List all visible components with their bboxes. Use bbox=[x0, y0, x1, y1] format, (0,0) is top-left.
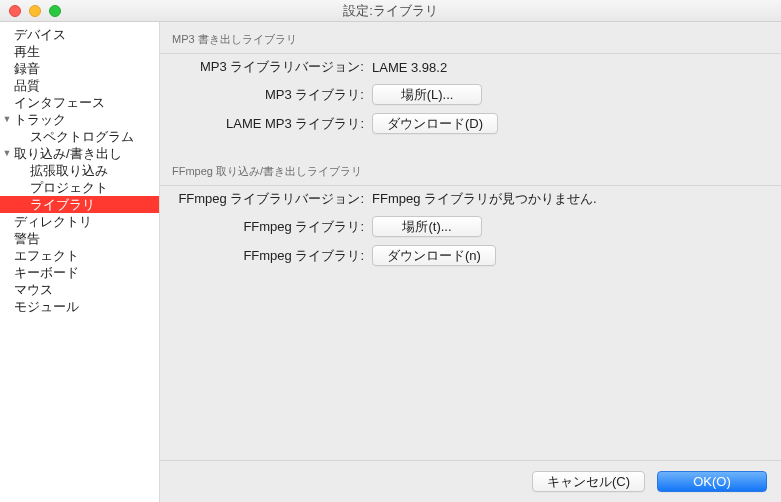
content: MP3 書き出しライブラリ MP3 ライブラリバージョン: LAME 3.98.… bbox=[160, 22, 781, 502]
lame-lib-label: LAME MP3 ライブラリ: bbox=[172, 115, 372, 133]
sidebar-item[interactable]: 品質 bbox=[0, 77, 159, 94]
sidebar-item[interactable]: キーボード bbox=[0, 264, 159, 281]
sidebar-item-label: ディレクトリ bbox=[14, 213, 92, 231]
sidebar-item-label: 拡張取り込み bbox=[30, 162, 108, 180]
sidebar-item-label: ライブラリ bbox=[30, 196, 95, 214]
sidebar-item[interactable]: ▼取り込み/書き出し bbox=[0, 145, 159, 162]
mp3-version-label: MP3 ライブラリバージョン: bbox=[172, 58, 372, 76]
sidebar-item-label: モジュール bbox=[14, 298, 79, 316]
chevron-down-icon[interactable]: ▼ bbox=[0, 115, 14, 124]
sidebar-item-label: 警告 bbox=[14, 230, 40, 248]
ffmpeg-group-title: FFmpeg 取り込み/書き出しライブラリ bbox=[160, 154, 781, 185]
sidebar-item[interactable]: 録音 bbox=[0, 60, 159, 77]
sidebar-item[interactable]: マウス bbox=[0, 281, 159, 298]
sidebar[interactable]: デバイス再生録音品質インタフェース▼トラックスペクトログラム▼取り込み/書き出し… bbox=[0, 22, 160, 502]
ffmpeg-version-label: FFmpeg ライブラリバージョン: bbox=[172, 190, 372, 208]
footer: キャンセル(C) OK(O) bbox=[160, 460, 781, 502]
ffmpeg-dl-label: FFmpeg ライブラリ: bbox=[172, 247, 372, 265]
chevron-down-icon[interactable]: ▼ bbox=[0, 149, 14, 158]
sidebar-item[interactable]: 警告 bbox=[0, 230, 159, 247]
mp3-lib-label: MP3 ライブラリ: bbox=[172, 86, 372, 104]
zoom-icon[interactable] bbox=[49, 5, 61, 17]
close-icon[interactable] bbox=[9, 5, 21, 17]
minimize-icon[interactable] bbox=[29, 5, 41, 17]
sidebar-item-label: マウス bbox=[14, 281, 53, 299]
sidebar-item[interactable]: 再生 bbox=[0, 43, 159, 60]
sidebar-item[interactable]: エフェクト bbox=[0, 247, 159, 264]
ffmpeg-group: FFmpeg ライブラリバージョン: FFmpeg ライブラリが見つかりません.… bbox=[160, 186, 781, 286]
sidebar-item[interactable]: 拡張取り込み bbox=[0, 162, 159, 179]
cancel-button[interactable]: キャンセル(C) bbox=[532, 471, 645, 492]
sidebar-item[interactable]: プロジェクト bbox=[0, 179, 159, 196]
sidebar-item-label: デバイス bbox=[14, 26, 66, 44]
sidebar-item[interactable]: インタフェース bbox=[0, 94, 159, 111]
window-controls bbox=[0, 5, 61, 17]
sidebar-item-label: 取り込み/書き出し bbox=[14, 145, 122, 163]
ffmpeg-locate-button[interactable]: 場所(t)... bbox=[372, 216, 482, 237]
ok-button[interactable]: OK(O) bbox=[657, 471, 767, 492]
sidebar-item-label: エフェクト bbox=[14, 247, 79, 265]
sidebar-item[interactable]: ライブラリ bbox=[0, 196, 159, 213]
sidebar-item-label: キーボード bbox=[14, 264, 79, 282]
mp3-group-title: MP3 書き出しライブラリ bbox=[160, 22, 781, 53]
sidebar-item[interactable]: ▼トラック bbox=[0, 111, 159, 128]
ffmpeg-download-button[interactable]: ダウンロード(n) bbox=[372, 245, 496, 266]
ffmpeg-version-value: FFmpeg ライブラリが見つかりません. bbox=[372, 190, 597, 208]
window-title: 設定:ライブラリ bbox=[0, 2, 781, 20]
mp3-group: MP3 ライブラリバージョン: LAME 3.98.2 MP3 ライブラリ: 場… bbox=[160, 54, 781, 154]
sidebar-item-label: プロジェクト bbox=[30, 179, 108, 197]
panes: MP3 書き出しライブラリ MP3 ライブラリバージョン: LAME 3.98.… bbox=[160, 22, 781, 460]
sidebar-item-label: インタフェース bbox=[14, 94, 105, 112]
sidebar-item[interactable]: モジュール bbox=[0, 298, 159, 315]
sidebar-item[interactable]: ディレクトリ bbox=[0, 213, 159, 230]
main: デバイス再生録音品質インタフェース▼トラックスペクトログラム▼取り込み/書き出し… bbox=[0, 22, 781, 502]
lame-download-button[interactable]: ダウンロード(D) bbox=[372, 113, 498, 134]
ffmpeg-lib-label: FFmpeg ライブラリ: bbox=[172, 218, 372, 236]
sidebar-item[interactable]: デバイス bbox=[0, 26, 159, 43]
mp3-locate-button[interactable]: 場所(L)... bbox=[372, 84, 482, 105]
sidebar-item-label: 録音 bbox=[14, 60, 40, 78]
sidebar-item[interactable]: スペクトログラム bbox=[0, 128, 159, 145]
mp3-version-value: LAME 3.98.2 bbox=[372, 60, 447, 75]
titlebar: 設定:ライブラリ bbox=[0, 0, 781, 22]
sidebar-item-label: 再生 bbox=[14, 43, 40, 61]
sidebar-item-label: トラック bbox=[14, 111, 66, 129]
sidebar-item-label: 品質 bbox=[14, 77, 40, 95]
sidebar-item-label: スペクトログラム bbox=[30, 128, 134, 146]
